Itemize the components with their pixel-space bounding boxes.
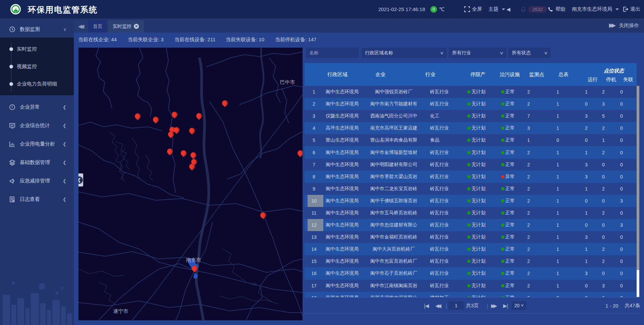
sidebar-item-4[interactable]: 基础数据管理❮ [0, 153, 74, 172]
page-size-select[interactable]: 20 ˅ [512, 301, 526, 310]
city-label: 南充市 [186, 257, 201, 263]
first-page-icon[interactable]: ❘◀ [423, 297, 427, 314]
sidebar-item-6[interactable]: 日志查看❮ [0, 190, 74, 209]
cell-company: 阆中市五马桥页岩机砖 [361, 207, 427, 219]
cell-points: 2 [518, 267, 539, 279]
cell-stop: 3 [596, 98, 610, 110]
status-filter-select[interactable]: 所有状态 ∨ [508, 48, 551, 58]
close-operations-button[interactable]: 关闭操作 [619, 22, 639, 29]
table-row[interactable]: 1阆中生态环境局阆中强锐页岩砖厂砖瓦行业无计划正常21120 [305, 86, 637, 98]
sidebar-subitem[interactable]: 视频监控 [0, 58, 74, 75]
cell-run: 1 [576, 207, 596, 219]
table-scrollbar-thumb[interactable] [637, 270, 639, 297]
facility-status-dot [501, 248, 504, 251]
sidebar-subitem-label: 实时监控 [17, 46, 37, 52]
mute-button[interactable]: ◀ [506, 0, 511, 18]
industry-filter-select[interactable]: 所有行业 ∨ [449, 48, 506, 58]
sidebar-item-chevron-icon: ∨ [63, 27, 66, 32]
theme-button[interactable]: 主题 [488, 0, 505, 18]
page-number-input[interactable]: 1 [448, 301, 464, 310]
cell-limit: 无计划 [455, 122, 498, 134]
sidebar-item-2[interactable]: 企业综合统计❮ [0, 116, 74, 135]
name-filter-input[interactable]: 名称 [306, 48, 359, 58]
cell-facility: 正常 [498, 122, 518, 134]
cell-lost: 0 [610, 231, 633, 243]
table-row[interactable]: 18南部生态环境局南部县砚华水泥有限公建材加工无计划正常60060 [305, 292, 637, 297]
table-row[interactable]: 15阆中生态环境局阆中市光富页岩机砖厂砖瓦行业无计划正常21120 [305, 255, 637, 267]
cell-stop: 0 [596, 231, 610, 243]
cell-stop: 2 [596, 146, 610, 158]
limit-status-dot [467, 114, 471, 118]
cell-company: 阆中明阳建材有限公司 [361, 159, 427, 171]
cell-lost: 0 [610, 122, 633, 134]
sidebar-item-0[interactable]: 数据监测∨ [0, 21, 74, 38]
cell-industry: 砖瓦行业 [427, 243, 455, 255]
alert-icon [9, 104, 15, 110]
cell-company: 阆中强锐页岩砖厂 [361, 86, 427, 98]
next-page-icon[interactable]: ▶▶ [491, 297, 495, 314]
map-area[interactable]: 巴中市南充市遂宁市 ❮ [78, 48, 303, 320]
region-filter-select[interactable]: 行政区域名称 ∨ [362, 48, 447, 58]
cell-stop: 0 [596, 267, 610, 279]
table-row[interactable]: 17阆中生态环境局阆中市江南镇阆南页岩砖瓦行业无计划正常21030 [305, 280, 637, 292]
fullscreen-button[interactable]: 全屏 [464, 0, 482, 18]
cell-stop: 6 [596, 292, 610, 297]
cell-run: 0 [576, 134, 596, 146]
cell-industry: 砖瓦行业 [427, 195, 455, 207]
sidebar-collapse-button[interactable]: ❮ [78, 173, 83, 186]
tab-close-icon[interactable]: ✕ [134, 24, 139, 29]
cell-meters: 1 [539, 146, 576, 158]
table-row[interactable]: 8阆中生态环境局阆中市枣碧大梁山页岩砖瓦行业无计划异常21300 [305, 171, 637, 183]
cell-run: 3 [576, 267, 596, 279]
cell-points: 2 [518, 243, 539, 255]
cell-region: 阆中生态环境局 [323, 86, 361, 98]
cell-lost: 0 [610, 280, 633, 292]
sidebar-item-1[interactable]: 企业异常❮ [0, 98, 74, 116]
table-row[interactable]: 2阆中生态环境局阆中市南方节能建材有砖瓦行业无计划正常21030 [305, 98, 637, 110]
table-row[interactable]: 12阆中生态环境局阆中市忠信建材有限公砖瓦行业无计划正常21003 [305, 219, 637, 231]
table-row[interactable]: 9阆中生态环境局阆中市二龙长宝页岩砖砖瓦行业无计划正常21120 [305, 183, 637, 195]
cell-limit: 无计划 [455, 134, 498, 146]
help-button[interactable]: 帮助 [548, 0, 566, 18]
notification-area[interactable]: 2632 [521, 0, 547, 18]
cell-index: 7 [305, 159, 323, 171]
cell-facility: 正常 [498, 219, 518, 231]
app-header: 环保用电监管系统 2021-02-25 17:46:18 0 ℃ 全屏 主题 ◀… [0, 0, 644, 18]
cell-run: 3 [576, 171, 596, 183]
table-scrollbar-track[interactable] [637, 86, 639, 297]
submenu-bullet-icon [9, 47, 13, 51]
cell-stop: 2 [596, 183, 610, 195]
cell-stop: 0 [596, 159, 610, 171]
org-menu[interactable]: 南充市生态环境局 [572, 0, 619, 18]
cell-region: 阆中生态环境局 [323, 159, 361, 171]
theme-label: 主题 [488, 6, 498, 12]
sidebar-item-5[interactable]: 应急减排管理❮ [0, 172, 74, 190]
prev-page-icon[interactable]: ◀◀ [435, 297, 440, 314]
table-row[interactable]: 5营山生态环境局营山县润丰肉食品有限食品无计划正常10010 [305, 134, 637, 146]
table-row[interactable]: 14阆中生态环境局阆中大兴页岩机砖厂砖瓦行业无计划正常21120 [305, 243, 637, 255]
tab-realtime-monitor[interactable]: 实时监控 ✕ [108, 20, 144, 33]
sidebar-item-chevron-icon: ❮ [63, 142, 66, 147]
tab-home[interactable]: 首页 [89, 20, 106, 33]
table-row[interactable]: 4高坪生态环境局南充市高坪区王家店建砖瓦行业无计划正常31220 [305, 122, 637, 134]
table-row[interactable]: 3仪陇生态环境局西南油气田分公司川中化工无计划正常71350 [305, 110, 637, 122]
cell-index: 18 [305, 292, 323, 297]
tabs-scroll-right-icon[interactable]: ▶▶ [609, 22, 614, 29]
table-row[interactable]: 7阆中生态环境局阆中明阳建材有限公司砖瓦行业无计划正常21300 [305, 159, 637, 171]
cell-stop: 0 [596, 171, 610, 183]
logout-button[interactable]: 退出 [623, 0, 640, 18]
table-row[interactable]: 10阆中生态环境局阆中千佛镇五郎垭页岩砖瓦行业无计划正常21003 [305, 195, 637, 207]
limit-status-dot [467, 151, 471, 154]
sidebar-subitem[interactable]: 企业电力负荷明细 [0, 75, 74, 93]
help-label: 帮助 [555, 6, 566, 12]
sidebar-item-3[interactable]: 企业用电量分析❮ [0, 135, 74, 153]
tabs-scroll-left-icon[interactable]: ◀◀ [74, 20, 88, 33]
table-row[interactable]: 16阆中生态环境局阆中市石子页岩机砖厂砖瓦行业无计划正常21300 [305, 267, 637, 279]
table-row[interactable]: 11阆中生态环境局阆中市五马桥页岩机砖砖瓦行业无计划正常21120 [305, 207, 637, 219]
table-row[interactable]: 6阆中生态环境局阆中市金博瑞新型墙材砖瓦行业无计划正常21120 [305, 146, 637, 158]
last-page-icon[interactable]: ▶❘ [503, 297, 508, 314]
table-row[interactable]: 13阆中生态环境局阆中市金福旺页岩机砖砖瓦行业无计划正常21300 [305, 231, 637, 243]
sidebar-subitem[interactable]: 实时监控 [0, 40, 74, 58]
stat-item-0: 当前在线企业: 44 [78, 37, 117, 43]
cell-meters: 1 [539, 122, 576, 134]
